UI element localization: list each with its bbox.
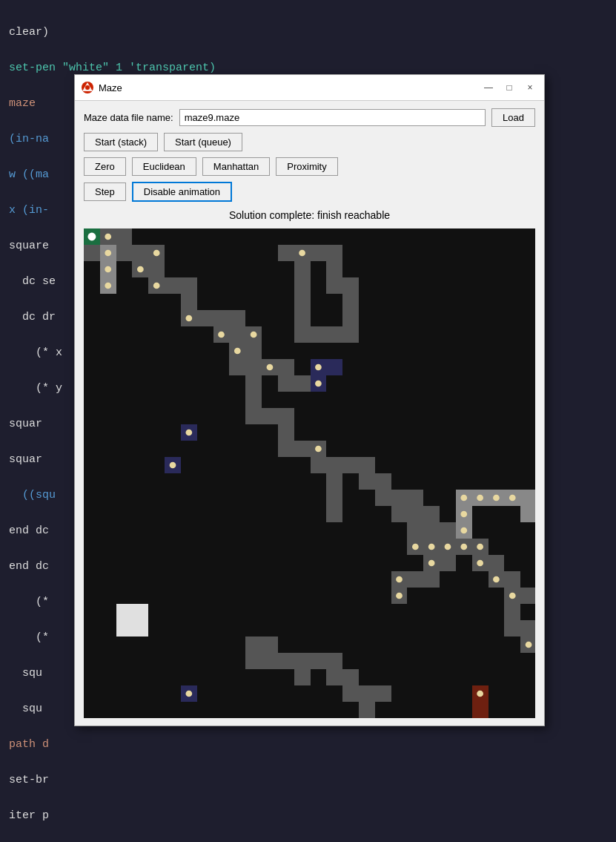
file-input[interactable]: [179, 109, 486, 126]
step-button[interactable]: Step: [84, 182, 126, 201]
app-icon: [81, 81, 94, 94]
euclidean-button[interactable]: Euclidean: [132, 157, 196, 176]
control-row: Step Disable animation: [84, 182, 535, 202]
minimize-button[interactable]: —: [480, 79, 497, 96]
proximity-button[interactable]: Proximity: [276, 157, 337, 176]
dialog-body: Maze data file name: Load Start (stack) …: [75, 101, 544, 726]
file-label: Maze data file name:: [84, 112, 173, 123]
start-stack-button[interactable]: Start (stack): [84, 133, 158, 151]
maximize-button[interactable]: □: [501, 79, 517, 96]
close-button[interactable]: ×: [522, 79, 538, 96]
manhattan-button[interactable]: Manhattan: [202, 157, 270, 176]
start-row: Start (stack) Start (queue): [84, 133, 535, 151]
load-button[interactable]: Load: [491, 108, 535, 127]
start-queue-button[interactable]: Start (queue): [164, 133, 242, 151]
dialog-titlebar: Maze — □ ×: [75, 75, 544, 101]
dialog-title: Maze: [99, 82, 476, 93]
maze-canvas: [84, 228, 535, 718]
status-text: Solution complete: finish reachable: [84, 208, 535, 223]
svg-point-1: [85, 85, 90, 90]
dialog-window: Maze — □ × Maze data file name: Load Sta…: [74, 74, 545, 726]
file-row: Maze data file name: Load: [84, 108, 535, 127]
zero-button[interactable]: Zero: [84, 157, 126, 176]
maze-area: [84, 228, 535, 718]
disable-animation-button[interactable]: Disable animation: [132, 182, 232, 202]
heuristic-row: Zero Euclidean Manhattan Proximity: [84, 157, 535, 176]
